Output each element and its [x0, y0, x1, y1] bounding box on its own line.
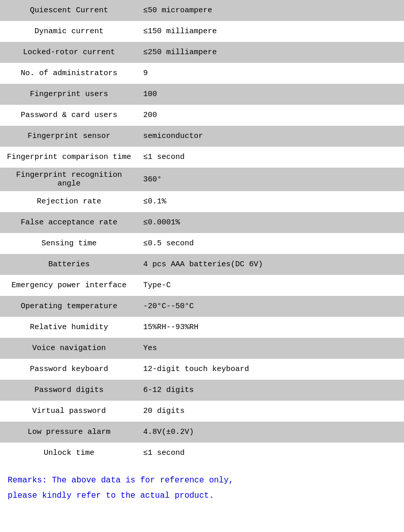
table-row: Sensing time≤0.5 second — [0, 233, 404, 254]
row-label: Rejection rate — [0, 191, 138, 212]
row-value: ≤0.0001% — [138, 212, 404, 233]
row-value: 4 pcs AAA batteries(DC 6V) — [138, 254, 404, 275]
table-row: Quiescent Current≤50 microampere — [0, 0, 404, 21]
table-row: No. of administrators9 — [0, 63, 404, 84]
row-value: ≤0.1% — [138, 191, 404, 212]
row-label: Virtual password — [0, 401, 138, 422]
row-label: Voice navigation — [0, 338, 138, 359]
table-row: Relative humidity15%RH--93%RH — [0, 317, 404, 338]
table-row: Password keyboard12-digit touch keyboard — [0, 359, 404, 380]
row-label: Dynamic current — [0, 21, 138, 42]
table-row: Emergency power interfaceType-C — [0, 275, 404, 296]
row-value: 360° — [138, 168, 404, 191]
table-row: Rejection rate≤0.1% — [0, 191, 404, 212]
table-row: Fingerprint sensorsemiconductor — [0, 126, 404, 147]
row-label: Relative humidity — [0, 317, 138, 338]
row-value: Yes — [138, 338, 404, 359]
row-label: Password & card users — [0, 105, 138, 126]
table-row: Password & card users200 — [0, 105, 404, 126]
table-row: Voice navigationYes — [0, 338, 404, 359]
row-label: Password digits — [0, 380, 138, 401]
row-label: Emergency power interface — [0, 275, 138, 296]
row-value: 6-12 digits — [138, 380, 404, 401]
row-value: Type-C — [138, 275, 404, 296]
table-row: Fingerprint comparison time≤1 second — [0, 147, 404, 168]
row-label: False acceptance rate — [0, 212, 138, 233]
row-label: Sensing time — [0, 233, 138, 254]
row-value: 200 — [138, 105, 404, 126]
row-label: Low pressure alarm — [0, 422, 138, 443]
table-row: Operating temperature-20°C--50°C — [0, 296, 404, 317]
row-label: Fingerprint sensor — [0, 126, 138, 147]
table-row: Fingerprint users100 — [0, 84, 404, 105]
row-value: 12-digit touch keyboard — [138, 359, 404, 380]
row-value: ≤250 milliampere — [138, 42, 404, 63]
table-row: Fingerprint recognition angle360° — [0, 168, 404, 191]
table-row: Batteries4 pcs AAA batteries(DC 6V) — [0, 254, 404, 275]
row-label: No. of administrators — [0, 63, 138, 84]
row-label: Fingerprint users — [0, 84, 138, 105]
remarks-section: Remarks: The above data is for reference… — [0, 464, 404, 509]
row-label: Locked-rotor current — [0, 42, 138, 63]
row-value: ≤50 microampere — [138, 0, 404, 21]
row-value: ≤0.5 second — [138, 233, 404, 254]
row-label: Batteries — [0, 254, 138, 275]
specs-table: Quiescent Current≤50 microampereDynamic … — [0, 0, 404, 464]
row-label: Unlock time — [0, 443, 138, 464]
row-value: 9 — [138, 63, 404, 84]
row-value: 4.8V(±0.2V) — [138, 422, 404, 443]
row-label: Password keyboard — [0, 359, 138, 380]
remarks-line2: please kindly refer to the actual produc… — [8, 488, 396, 503]
row-label: Fingerprint recognition angle — [0, 168, 138, 191]
table-row: Locked-rotor current≤250 milliampere — [0, 42, 404, 63]
row-label: Fingerprint comparison time — [0, 147, 138, 168]
row-value: ≤1 second — [138, 443, 404, 464]
row-label: Operating temperature — [0, 296, 138, 317]
row-value: 15%RH--93%RH — [138, 317, 404, 338]
table-row: Low pressure alarm4.8V(±0.2V) — [0, 422, 404, 443]
row-value: 100 — [138, 84, 404, 105]
row-value: ≤1 second — [138, 147, 404, 168]
row-value: semiconductor — [138, 126, 404, 147]
table-row: Unlock time≤1 second — [0, 443, 404, 464]
table-row: False acceptance rate≤0.0001% — [0, 212, 404, 233]
table-row: Dynamic current≤150 milliampere — [0, 21, 404, 42]
table-row: Password digits6-12 digits — [0, 380, 404, 401]
row-value: ≤150 milliampere — [138, 21, 404, 42]
remarks-line1: Remarks: The above data is for reference… — [8, 473, 396, 488]
row-label: Quiescent Current — [0, 0, 138, 21]
row-value: -20°C--50°C — [138, 296, 404, 317]
row-value: 20 digits — [138, 401, 404, 422]
table-row: Virtual password20 digits — [0, 401, 404, 422]
